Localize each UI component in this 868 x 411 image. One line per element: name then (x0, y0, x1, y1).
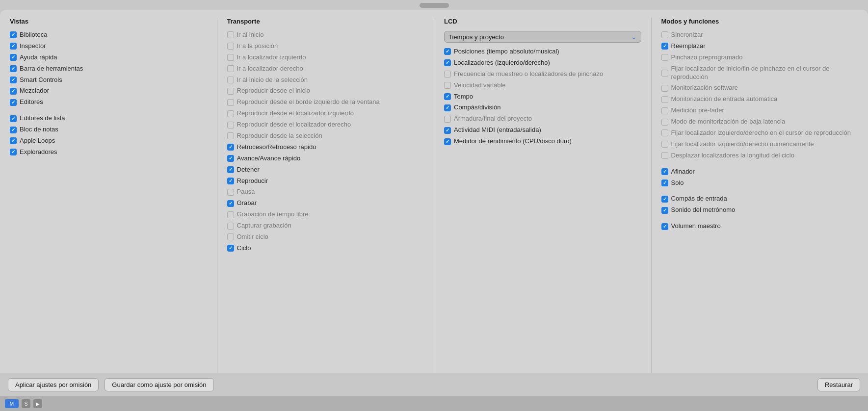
lcd-checkbox-8[interactable] (444, 138, 451, 145)
transporte-checkbox-5[interactable] (227, 88, 234, 95)
modos-checkbox-10[interactable] (661, 152, 668, 159)
modos-checkbox-8[interactable] (661, 129, 668, 136)
transporte-checkbox-4[interactable] (227, 77, 234, 83)
transporte-item-6: Reproducir desde el borde izquierdo de l… (227, 98, 424, 106)
lcd-label-2: Frecuencia de muestreo o localizadores d… (454, 70, 603, 78)
transporte-checkbox-12[interactable] (227, 166, 234, 173)
modos-checkbox-13[interactable] (661, 180, 668, 186)
transporte-checkbox-16[interactable] (227, 211, 234, 218)
modos-checkbox-15[interactable] (661, 196, 668, 203)
taskbar-stub: M S ▶ (0, 396, 868, 411)
modos-label-18: Volumen maestro (671, 222, 721, 231)
modos-checkbox-12[interactable] (661, 168, 668, 175)
vistas-label-6: Editores (20, 98, 43, 106)
lcd-dropdown[interactable]: Tiempos y proyecto ⌄ (444, 31, 641, 43)
transporte-checkbox-3[interactable] (227, 65, 234, 72)
vistas-label-10: Apple Loops (20, 137, 55, 145)
transporte-checkbox-13[interactable] (227, 178, 234, 184)
transporte-label-15: Grabar (237, 199, 257, 207)
vistas-label-1: Inspector (20, 42, 46, 51)
lcd-item-4: Tempo (444, 93, 641, 101)
lcd-checkbox-0[interactable] (444, 48, 451, 55)
transporte-checkbox-1[interactable] (227, 43, 234, 50)
taskbar-play-button[interactable]: ▶ (33, 399, 42, 408)
vistas-checkbox-6[interactable] (10, 99, 17, 106)
modos-checkbox-3[interactable] (661, 70, 668, 77)
transporte-checkbox-0[interactable] (227, 31, 234, 38)
taskbar-m-button[interactable]: M (5, 399, 19, 408)
modos-checkbox-4[interactable] (661, 85, 668, 92)
vistas-checkbox-3[interactable] (10, 65, 17, 72)
transporte-checkbox-6[interactable] (227, 99, 234, 106)
vistas-item-2: Ayuda rápida (10, 53, 207, 62)
modos-checkbox-6[interactable] (661, 107, 668, 114)
modos-label-10: Desplazar localizadores la longitud del … (671, 152, 794, 160)
modos-checkbox-0[interactable] (661, 31, 668, 38)
modos-item-8: Fijar localizador izquierdo/derecho en e… (661, 129, 859, 137)
modos-checkbox-9[interactable] (661, 141, 668, 148)
vistas-checkbox-10[interactable] (10, 137, 17, 144)
modos-spacer-14 (661, 190, 859, 195)
lcd-checkbox-6[interactable] (444, 116, 451, 123)
vistas-checkbox-1[interactable] (10, 43, 17, 50)
drag-handle[interactable] (420, 3, 449, 8)
transporte-item-10: Retroceso/Retroceso rápido (227, 143, 424, 152)
restore-button[interactable]: Restaurar (817, 378, 860, 391)
lcd-dropdown-arrow-icon: ⌄ (631, 33, 637, 41)
lcd-checkbox-4[interactable] (444, 93, 451, 100)
vistas-checkbox-11[interactable] (10, 149, 17, 155)
modos-checkbox-18[interactable] (661, 223, 668, 230)
transporte-checkbox-17[interactable] (227, 223, 234, 230)
modos-checkbox-5[interactable] (661, 96, 668, 103)
lcd-label-8: Medidor de rendimiento (CPU/disco duro) (454, 137, 572, 146)
transporte-checkbox-9[interactable] (227, 132, 234, 139)
modos-label-5: Monitorización de entrada automática (671, 95, 778, 103)
transporte-checkbox-11[interactable] (227, 155, 234, 162)
vistas-checkbox-5[interactable] (10, 88, 17, 95)
lcd-item-0: Posiciones (tiempo absoluto/musical) (444, 48, 641, 56)
lcd-checkbox-7[interactable] (444, 127, 451, 134)
taskbar-s-button[interactable]: S (22, 399, 30, 408)
modos-checkbox-7[interactable] (661, 119, 668, 126)
transporte-item-5: Reproducir desde el inicio (227, 87, 424, 95)
vistas-checkbox-4[interactable] (10, 77, 17, 83)
transporte-item-3: Ir a localizador derecho (227, 65, 424, 73)
modos-label-0: Sincronizar (671, 31, 703, 39)
transporte-checkbox-2[interactable] (227, 54, 234, 61)
vistas-checkbox-0[interactable] (10, 31, 17, 38)
apply-defaults-button[interactable]: Aplicar ajustes por omisión (8, 378, 99, 391)
column-transporte: Transporte Ir al inicioIr a la posiciónI… (217, 18, 435, 373)
transporte-item-17: Capturar grabación (227, 222, 424, 230)
modos-spacer-11 (661, 163, 859, 168)
modos-label-1: Reemplazar (671, 42, 706, 51)
transporte-checkbox-7[interactable] (227, 110, 234, 117)
modos-checkbox-16[interactable] (661, 207, 668, 214)
transporte-checkbox-15[interactable] (227, 200, 234, 207)
modos-checkbox-2[interactable] (661, 54, 668, 61)
transporte-checkbox-10[interactable] (227, 144, 234, 151)
vistas-checkbox-2[interactable] (10, 54, 17, 61)
transporte-checkbox-14[interactable] (227, 189, 234, 196)
transporte-checkbox-19[interactable] (227, 245, 234, 252)
transporte-label-2: Ir a localizador izquierdo (237, 53, 306, 62)
lcd-checkbox-3[interactable] (444, 82, 451, 89)
column-title-transporte: Transporte (227, 18, 424, 25)
modos-item-13: Solo (661, 179, 859, 187)
lcd-checkbox-5[interactable] (444, 104, 451, 111)
modos-label-7: Modo de monitorización de baja latencia (671, 118, 786, 126)
lcd-checkbox-1[interactable] (444, 59, 451, 66)
lcd-checkbox-2[interactable] (444, 71, 451, 77)
modos-label-12: Afinador (671, 168, 695, 176)
modos-checkbox-1[interactable] (661, 43, 668, 50)
transporte-item-11: Avance/Avance rápido (227, 154, 424, 163)
transporte-item-2: Ir a localizador izquierdo (227, 53, 424, 62)
modos-label-9: Fijar localizador izquierdo/derecho numé… (671, 140, 814, 149)
transporte-checkbox-8[interactable] (227, 122, 234, 128)
transporte-checkbox-18[interactable] (227, 233, 234, 240)
vistas-checkbox-9[interactable] (10, 127, 17, 133)
save-defaults-button[interactable]: Guardar como ajuste por omisión (105, 378, 213, 391)
vistas-checkbox-8[interactable] (10, 115, 17, 122)
transporte-item-19: Ciclo (227, 244, 424, 253)
transporte-item-14: Pausa (227, 188, 424, 196)
modos-label-15: Compás de entrada (671, 195, 727, 203)
